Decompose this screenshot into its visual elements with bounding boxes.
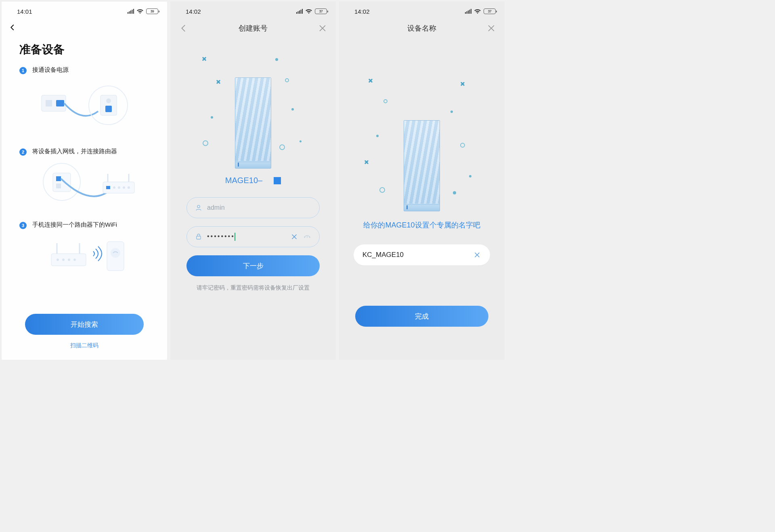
device-illustration — [339, 66, 505, 211]
svg-rect-0 — [128, 12, 128, 14]
svg-rect-7 — [56, 100, 64, 106]
svg-point-29 — [68, 259, 70, 261]
clear-name-button[interactable] — [473, 251, 481, 259]
password-hint: 请牢记密码，重置密码需将设备恢复出厂设置 — [186, 284, 320, 292]
toggle-visibility-button[interactable] — [303, 233, 311, 241]
back-button[interactable] — [9, 24, 16, 31]
nav-bar: 设备名称 — [339, 19, 505, 38]
status-bar: 14:02 37 — [339, 2, 505, 19]
scan-qr-link[interactable]: 扫描二维码 — [70, 342, 98, 349]
signal-icon — [465, 9, 471, 14]
battery-icon: 39 — [146, 8, 158, 14]
svg-rect-4 — [133, 9, 134, 14]
lock-icon — [195, 233, 202, 240]
screen-device-name: 14:02 37 设备名称 给你的MAGE10设置个专属的名字吧 — [339, 2, 505, 360]
nav-bar — [2, 19, 167, 36]
screen-prepare-device: 14:01 39 准备设备 1 接通设备电源 — [2, 2, 167, 360]
device-illustration — [170, 40, 336, 169]
device-id-label: MAGE10– — [170, 176, 336, 185]
start-search-button[interactable]: 开始搜索 — [25, 314, 144, 335]
step-2: 2 将设备插入网线，并连接路由器 — [19, 148, 153, 156]
back-button[interactable] — [179, 24, 188, 33]
username-input[interactable] — [207, 204, 311, 211]
svg-rect-39 — [197, 236, 201, 240]
svg-point-20 — [113, 186, 115, 189]
status-icons: 37 — [465, 8, 496, 14]
page-title: 准备设备 — [19, 42, 153, 57]
svg-point-22 — [123, 186, 125, 189]
step-1-illustration — [19, 79, 153, 136]
svg-rect-9 — [101, 95, 117, 115]
svg-rect-45 — [468, 10, 469, 14]
step-number: 2 — [19, 148, 27, 156]
step-text: 将设备插入网线，并连接路由器 — [32, 148, 117, 155]
status-icons: 39 — [128, 8, 158, 14]
signal-icon — [296, 9, 303, 14]
user-icon — [195, 204, 202, 211]
svg-rect-6 — [46, 100, 52, 106]
svg-rect-44 — [467, 11, 467, 14]
svg-rect-43 — [465, 12, 466, 14]
status-bar: 14:02 37 — [170, 2, 336, 19]
svg-rect-34 — [298, 11, 299, 14]
done-button[interactable]: 完成 — [355, 306, 488, 327]
close-button[interactable] — [318, 24, 327, 33]
device-id-mask — [274, 177, 281, 184]
step-text: 接通设备电源 — [32, 66, 69, 74]
svg-point-23 — [128, 186, 130, 189]
svg-rect-36 — [301, 10, 302, 14]
svg-rect-2 — [130, 10, 131, 14]
username-field[interactable] — [186, 197, 320, 218]
naming-message: 给你的MAGE10设置个专属的名字吧 — [339, 220, 505, 230]
wifi-icon — [136, 9, 144, 14]
step-3-illustration — [19, 234, 153, 278]
svg-rect-13 — [53, 173, 71, 192]
wifi-icon — [474, 9, 481, 14]
svg-point-21 — [118, 186, 120, 189]
status-icons: 37 — [296, 8, 327, 14]
next-button[interactable]: 下一步 — [186, 255, 320, 276]
status-time: 14:02 — [186, 8, 201, 15]
svg-rect-19 — [106, 186, 110, 189]
page-title: 创建账号 — [188, 23, 318, 33]
device-name-field[interactable] — [354, 244, 490, 265]
clear-password-button[interactable] — [290, 233, 298, 241]
svg-rect-11 — [105, 106, 112, 112]
battery-icon: 37 — [315, 8, 327, 14]
device-image — [235, 77, 271, 169]
signal-icon — [128, 9, 134, 14]
svg-point-38 — [197, 205, 200, 208]
screen-create-account: 14:02 37 创建账号 MAGE10– — [170, 2, 336, 360]
wifi-icon — [305, 9, 312, 14]
status-bar: 14:01 39 — [2, 2, 167, 19]
svg-rect-46 — [469, 10, 470, 14]
svg-rect-35 — [299, 10, 300, 14]
svg-point-10 — [106, 98, 111, 103]
status-time: 14:02 — [354, 8, 370, 15]
close-button[interactable] — [487, 24, 496, 33]
svg-rect-3 — [132, 10, 133, 14]
step-number: 1 — [19, 67, 27, 74]
svg-rect-33 — [296, 12, 297, 14]
password-input[interactable]: •••••••• — [207, 233, 285, 241]
step-3: 3 手机连接同一个路由器下的WiFi — [19, 221, 153, 229]
step-1: 1 接通设备电源 — [19, 66, 153, 74]
svg-point-30 — [73, 259, 76, 261]
svg-point-27 — [57, 259, 59, 261]
svg-rect-14 — [56, 176, 61, 181]
svg-rect-15 — [56, 184, 61, 188]
status-time: 14:01 — [17, 8, 32, 15]
step-text: 手机连接同一个路由器下的WiFi — [32, 221, 117, 229]
step-2-illustration — [19, 161, 153, 209]
password-field[interactable]: •••••••• — [186, 226, 320, 247]
page-title: 设备名称 — [357, 23, 487, 33]
svg-rect-47 — [471, 9, 471, 14]
svg-rect-1 — [129, 11, 130, 14]
svg-point-28 — [62, 259, 65, 261]
step-number: 3 — [19, 222, 27, 229]
svg-rect-37 — [302, 9, 303, 14]
svg-point-32 — [111, 248, 120, 258]
battery-icon: 37 — [484, 8, 496, 14]
device-name-input[interactable] — [362, 251, 468, 259]
device-image — [404, 120, 440, 211]
